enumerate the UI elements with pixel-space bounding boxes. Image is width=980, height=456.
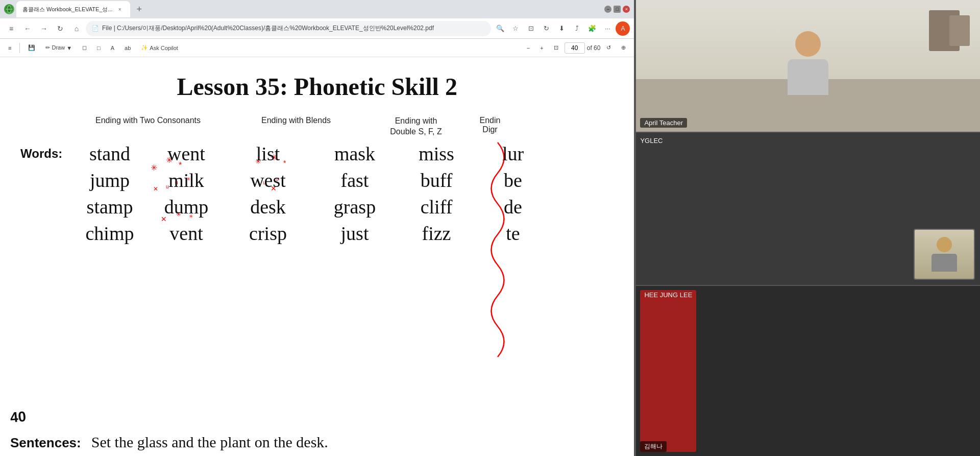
word-grasp: grasp [311,196,398,218]
sentences-label: Sentences: [10,435,81,451]
fit-btn[interactable]: ⊡ [550,42,562,53]
word-row-4: chimp vent crisp just fizz te [20,222,614,245]
yglec-video: YGLEC [636,133,980,286]
tab-label: 홈클래스 Workbook_ELEVATE_성... [22,6,113,13]
word-be: be [475,169,551,191]
person-thumbnail [914,229,975,280]
menu-btn[interactable]: ≡ [4,21,18,36]
april-teacher-bg [636,0,980,132]
nav-bar: ≡ ← → ↻ ⌂ 📄 File | C:/Users/이재풍/Desktop/… [0,18,634,39]
extensions-icon[interactable]: 🧩 [585,21,599,36]
word-row-2: jump milk west fast buff be [20,169,614,191]
word-milk: milk [148,169,225,191]
word-te: te [475,222,551,245]
word-row-1: Words: stand went list mask miss lur [20,142,614,165]
lesson-title: Lesson 35: Phonetic Skill 2 [20,73,614,101]
header-double: Ending with Double S, F, Z [373,116,459,137]
address-text: File | C:/Users/이재풍/Desktop/April%20(Adu… [102,24,434,33]
bookmark-star-icon[interactable]: ☆ [508,21,523,36]
address-bar[interactable]: 📄 File | C:/Users/이재풍/Desktop/April%20(A… [86,21,491,36]
browser-window: 홈클래스 Workbook_ELEVATE_성... × + − □ × ≡ ←… [0,0,634,456]
kim-haena-badge: 김해나 [640,441,667,452]
maximize-btn[interactable]: □ [614,6,621,13]
more-tools-btn[interactable]: ⊕ [617,42,630,53]
word-fizz: fizz [398,222,475,245]
tab-bar: 홈클래스 Workbook_ELEVATE_성... × + − □ × [0,0,634,18]
toolbar-shapes-btn[interactable]: □ [93,43,105,53]
bookmark-icon[interactable]: ⊡ [524,21,538,36]
word-desk: desk [225,196,311,218]
zoom-out-btn[interactable]: − [523,43,534,53]
profile-btn[interactable]: A [616,21,630,36]
april-teacher-video: April Teacher [636,0,980,133]
page-total: of 60 [587,44,601,52]
word-west: west [225,169,311,191]
pdf-content: Lesson 35: Phonetic Skill 2 Ending with … [0,57,634,456]
nav-icons-right: 🔍 ☆ ⊡ ↻ ⬇ ⤴ 🧩 ··· A [493,21,630,36]
refresh-icon2[interactable]: ↻ [539,21,553,36]
tab-close-btn[interactable]: × [116,5,124,13]
word-list: list [225,142,311,165]
home-btn[interactable]: ⌂ [69,21,84,36]
word-buff: buff [398,169,475,191]
yglec-label: YGLEC [640,137,663,145]
pdf-toolbar: ≡ 💾 ✏ Draw ▼ ◻ □ A ab ✨ Ask Copilot − + … [0,39,634,57]
minimize-btn[interactable]: − [604,6,611,13]
word-crisp: crisp [225,222,311,245]
back-btn[interactable]: ← [20,21,35,36]
toolbar-highlight-btn[interactable]: ab [120,43,135,53]
word-de: de [475,196,551,218]
april-teacher-badge: April Teacher [640,118,687,128]
word-stand: stand [71,142,148,165]
word-stamp: stamp [71,196,148,218]
toolbar-copilot-btn[interactable]: ✨ Ask Copilot [137,42,182,53]
share-icon[interactable]: ⤴ [570,21,584,36]
toolbar-text-btn[interactable]: A [107,43,118,53]
hee-jung-video: HEE JUNG LEE 김해나 [636,286,980,456]
word-just: just [311,222,398,245]
more-icon[interactable]: ··· [600,21,615,36]
word-miss: miss [398,142,475,165]
zoom-in-btn[interactable]: + [536,43,547,53]
close-btn[interactable]: × [623,6,630,13]
header-digraph: EndinDigr [464,116,516,137]
word-mask: mask [311,142,398,165]
rotate-btn[interactable]: ↺ [602,42,615,53]
page-number: 40 [10,409,27,426]
toolbar-menu-btn[interactable]: ≡ [4,43,15,53]
words-label: Words: [20,147,71,161]
sentences-section: Sentences: Set the glass and the plant o… [10,434,634,451]
header-blends: Ending with Blends [230,116,362,137]
word-cliff: cliff [398,196,475,218]
refresh-btn[interactable]: ↻ [53,21,67,36]
toolbar-save-btn[interactable]: 💾 [24,42,39,53]
active-tab[interactable]: 홈클래스 Workbook_ELEVATE_성... × [16,1,130,17]
zoom-icon[interactable]: 🔍 [493,21,507,36]
separator [19,43,20,53]
toolbar-draw-btn[interactable]: ✏ Draw ▼ [41,42,76,53]
toolbar-erase-btn[interactable]: ◻ [78,42,91,53]
forward-btn[interactable]: → [37,21,51,36]
download-icon[interactable]: ⬇ [554,21,569,36]
word-went: went [148,142,225,165]
header-consonants: Ending with Two Consonants [77,116,219,137]
column-headers: Ending with Two Consonants Ending with B… [77,116,614,137]
page-input[interactable] [565,42,585,54]
word-vent: vent [148,222,225,245]
right-panel: April Teacher YGLEC HEE JUNG LEE 김해나 [636,0,980,456]
browser-favicon [4,4,14,14]
word-dump: dump [148,196,225,218]
sentences-text: Set the glass and the plant on the desk. [91,434,328,451]
hee-jung-badge: HEE JUNG LEE [640,290,696,452]
words-section: ✳ ✳ * ✕ u u ✳ ✳ ✳ * ✕ u u ✕ ✳ ✳ [20,142,614,245]
word-jump: jump [71,169,148,191]
word-chimp: chimp [71,222,148,245]
word-row-3: stamp dump desk grasp cliff de [20,196,614,218]
word-fast: fast [311,169,398,191]
new-tab-btn[interactable]: + [132,2,146,16]
word-lur: lur [475,142,551,165]
